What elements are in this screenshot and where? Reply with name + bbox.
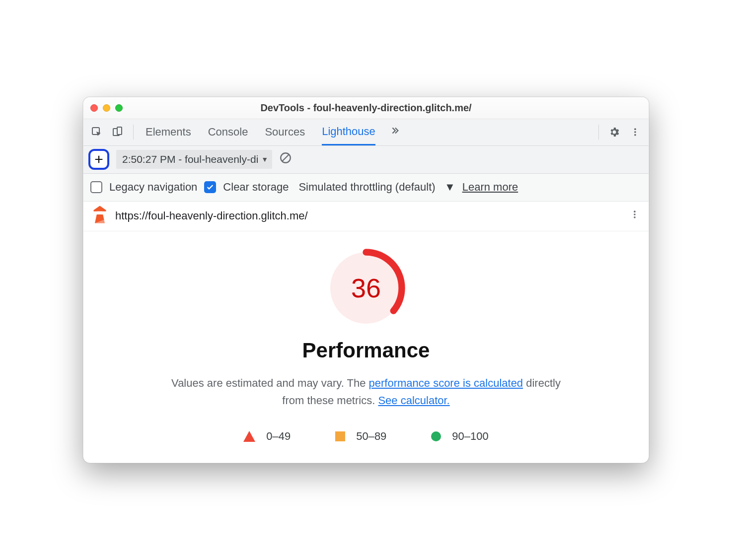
- svg-rect-2: [117, 127, 122, 135]
- svg-rect-9: [97, 211, 102, 214]
- performance-blurb: Values are estimated and may vary. The p…: [162, 374, 570, 409]
- svg-point-5: [634, 134, 636, 136]
- new-report-plus-button[interactable]: [88, 149, 109, 170]
- svg-point-14: [634, 216, 636, 218]
- legend-high: 90–100: [431, 430, 488, 443]
- clear-all-icon[interactable]: [279, 151, 292, 167]
- throttling-select[interactable]: Simulated throttling (default) ▼: [298, 181, 455, 194]
- learn-more-link[interactable]: Learn more: [462, 181, 518, 194]
- legend-low: 0–49: [243, 430, 291, 443]
- performance-gauge: 36: [326, 248, 406, 328]
- svg-point-12: [634, 211, 636, 213]
- report-menu-kebab-icon[interactable]: [630, 209, 640, 223]
- lighthouse-toolbar: 2:50:27 PM - foul-heavenly-di ▼: [83, 146, 649, 174]
- performance-score: 36: [326, 248, 406, 328]
- divider: [133, 125, 134, 140]
- tab-console[interactable]: Console: [208, 119, 248, 145]
- legacy-navigation-label: Legacy navigation: [109, 181, 197, 194]
- see-calculator-link[interactable]: See calculator.: [378, 394, 449, 407]
- report-url-row: https://foul-heavenly-direction.glitch.m…: [83, 202, 649, 231]
- more-tabs-chevron-icon[interactable]: [389, 125, 400, 139]
- devtools-window: DevTools - foul-heavenly-direction.glitc…: [83, 97, 649, 463]
- tab-lighthouse[interactable]: Lighthouse: [322, 119, 375, 145]
- inspect-element-icon[interactable]: [88, 124, 105, 140]
- devtools-tabbar: Elements Console Sources Lighthouse: [83, 119, 649, 146]
- report-selector[interactable]: 2:50:27 PM - foul-heavenly-di ▼: [116, 150, 272, 169]
- clear-storage-checkbox[interactable]: [204, 181, 216, 193]
- lighthouse-report: 36 Performance Values are estimated and …: [83, 231, 649, 463]
- square-icon: [335, 431, 345, 441]
- legend-mid: 50–89: [335, 430, 386, 443]
- clear-storage-label: Clear storage: [223, 181, 289, 194]
- svg-marker-8: [94, 206, 106, 211]
- settings-gear-icon[interactable]: [606, 124, 623, 140]
- svg-point-3: [634, 129, 636, 131]
- titlebar: DevTools - foul-heavenly-direction.glitc…: [83, 97, 649, 119]
- svg-line-7: [283, 155, 289, 161]
- performance-heading: Performance: [83, 339, 649, 362]
- report-url: https://foul-heavenly-direction.glitch.m…: [115, 210, 308, 222]
- divider: [598, 125, 599, 140]
- window-title: DevTools - foul-heavenly-direction.glitc…: [83, 102, 649, 114]
- device-toggle-icon[interactable]: [109, 124, 126, 140]
- circle-icon: [431, 431, 441, 441]
- score-calc-link[interactable]: performance score is calculated: [369, 377, 523, 389]
- svg-point-4: [634, 131, 636, 133]
- tab-sources[interactable]: Sources: [265, 119, 305, 145]
- legacy-navigation-checkbox[interactable]: [90, 181, 102, 193]
- report-selector-label: 2:50:27 PM - foul-heavenly-di: [122, 153, 258, 165]
- svg-point-13: [634, 213, 636, 215]
- lighthouse-options: Legacy navigation Clear storage Simulate…: [83, 174, 649, 202]
- dropdown-caret-icon: ▼: [261, 155, 268, 163]
- triangle-icon: [243, 431, 255, 442]
- score-legend: 0–49 50–89 90–100: [83, 430, 649, 443]
- more-menu-kebab-icon[interactable]: [627, 124, 644, 140]
- lighthouse-logo-icon: [92, 206, 107, 226]
- tab-elements[interactable]: Elements: [146, 119, 191, 145]
